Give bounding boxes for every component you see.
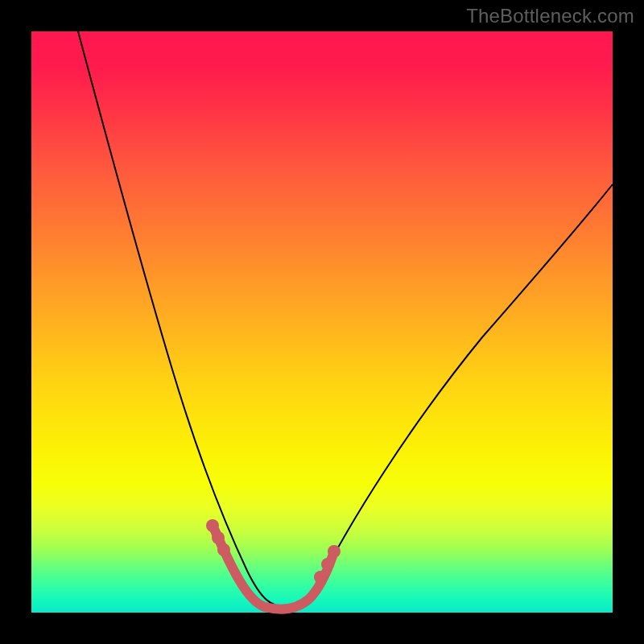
accent-dot [314,571,327,584]
accent-dot [217,543,230,556]
curve-accent-segment [215,530,332,609]
chart-plot-area [31,31,613,613]
accent-dot [212,531,225,544]
curve-main [78,31,613,608]
accent-dot [321,558,334,571]
accent-dot [206,519,219,532]
watermark-text: TheBottleneck.com [466,5,634,27]
accent-dot [328,545,341,558]
bottleneck-curve [31,31,613,613]
